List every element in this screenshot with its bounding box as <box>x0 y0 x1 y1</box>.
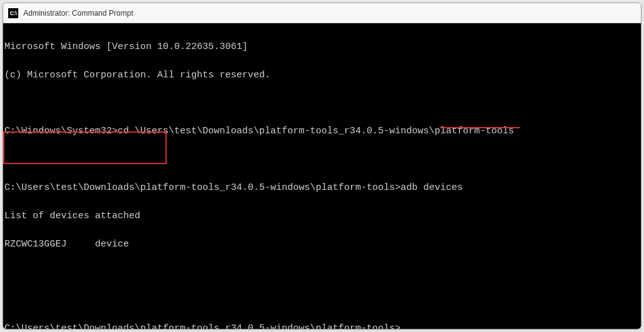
copyright-line: (c) Microsoft Corporation. All rights re… <box>4 69 640 83</box>
blank-line <box>4 97 640 111</box>
prompt-line-3: C:\Users\test\Downloads\platform-tools_r… <box>4 322 640 330</box>
blank-line <box>4 266 640 280</box>
prompt-1: C:\Windows\System32> <box>4 126 118 136</box>
os-version-line: Microsoft Windows [Version 10.0.22635.30… <box>4 40 640 55</box>
window-title: Administrator: Command Prompt <box>23 9 133 18</box>
prompt-2: C:\Users\test\Downloads\platform-tools_r… <box>4 182 401 193</box>
prompt-line-2: C:\Users\test\Downloads\platform-tools_r… <box>4 181 640 196</box>
blank-line <box>4 294 640 307</box>
cmd-icon: C:\ <box>8 8 18 18</box>
prompt-3: C:\Users\test\Downloads\platform-tools_r… <box>4 323 401 330</box>
output-device-row: RZCWC13GGEJ device <box>4 238 640 252</box>
terminal-area[interactable]: Microsoft Windows [Version 10.0.22635.30… <box>3 23 641 329</box>
text-cursor <box>401 329 406 330</box>
cmd-window: C:\ Administrator: Command Prompt Micros… <box>3 3 641 329</box>
titlebar[interactable]: C:\ Administrator: Command Prompt <box>3 3 641 23</box>
blank-line <box>4 153 640 167</box>
output-header: List of devices attached <box>4 209 640 224</box>
prompt-line-1: C:\Windows\System32>cd \Users\test\Downl… <box>4 124 640 139</box>
red-underline-annotation <box>440 127 520 128</box>
command-2: adb devices <box>401 182 463 193</box>
